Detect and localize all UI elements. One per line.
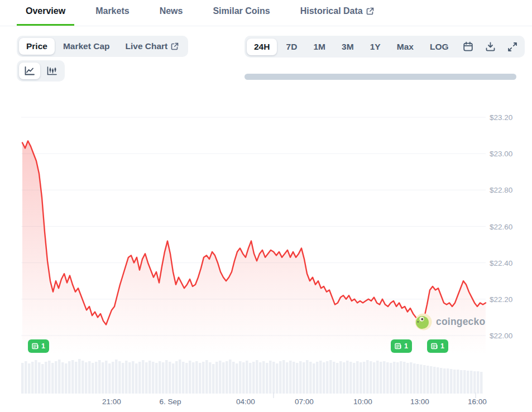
y-axis-label: $22.00 [490, 332, 529, 340]
volume-bar [393, 362, 396, 394]
download-button[interactable] [480, 38, 501, 55]
button-label: Market Cap [63, 41, 110, 51]
x-axis-label: 16:00 [458, 397, 497, 406]
x-axis-label: 21:00 [92, 397, 131, 406]
volume-bar [215, 362, 218, 394]
news-annotation-badge[interactable]: 1 [391, 339, 412, 353]
volume-bar [447, 368, 449, 394]
download-icon [485, 41, 496, 52]
calendar-button[interactable] [458, 38, 478, 55]
line-chart-toggle-button[interactable] [19, 63, 40, 79]
line-chart-icon [24, 66, 35, 76]
volume-bar [353, 363, 356, 394]
tab-markets[interactable]: Markets [87, 6, 138, 26]
volume-bar [78, 359, 81, 394]
price-button[interactable]: Price [19, 38, 55, 55]
tab-overview[interactable]: Overview [17, 6, 74, 26]
volume-bar [202, 362, 205, 394]
x-axis-label: 13:00 [400, 397, 439, 406]
news-annotation-badge[interactable]: 1 [28, 339, 49, 353]
3m-button[interactable]: 3M [334, 39, 361, 55]
external-link-icon [171, 42, 179, 50]
volume-bar [366, 360, 369, 394]
7d-button[interactable]: 7D [279, 39, 305, 55]
candlestick-chart-toggle-button[interactable] [41, 63, 63, 79]
volume-bar [236, 363, 238, 394]
volume-bar [339, 361, 342, 394]
volume-bar [182, 362, 185, 394]
tab-label: Markets [95, 6, 129, 16]
volume-bar [443, 368, 446, 394]
volume-bar [108, 363, 111, 394]
tab-historical-data[interactable]: Historical Data [291, 6, 383, 26]
news-annotation-badge[interactable]: 1 [427, 339, 448, 353]
live-chart-button[interactable]: Live Chart [118, 38, 186, 55]
volume-bar [326, 361, 329, 394]
y-axis-label: $22.60 [490, 223, 529, 231]
1m-button[interactable]: 1M [306, 39, 333, 55]
volume-bar [413, 363, 416, 394]
volume-bar [21, 363, 24, 394]
volume-bar [142, 360, 145, 394]
log-button[interactable]: LOG [423, 39, 456, 55]
volume-bar [457, 370, 459, 394]
volume-bar [430, 366, 433, 394]
volume-bar [293, 362, 295, 394]
24h-button[interactable]: 24H [247, 39, 277, 55]
volume-bar [118, 361, 121, 394]
volume-bar [349, 362, 352, 394]
volume-bar [373, 362, 376, 394]
y-axis-label: $22.40 [490, 259, 529, 267]
volume-bar [71, 360, 74, 394]
volume-bar [226, 361, 228, 394]
tab-label: News [160, 6, 183, 16]
volume-bar [28, 363, 31, 394]
volume-bar [195, 361, 198, 394]
chart-brush-scrollbar[interactable] [245, 74, 516, 80]
market-cap-button[interactable]: Market Cap [56, 38, 117, 55]
price-line-chart[interactable] [0, 84, 532, 412]
tab-similar-coins[interactable]: Similar Coins [204, 6, 279, 26]
volume-bar [480, 372, 483, 394]
x-axis-label: 04:00 [226, 397, 265, 406]
volume-bar [329, 360, 332, 394]
volume-bar [51, 363, 54, 394]
news-icon [32, 343, 39, 349]
volume-bar [145, 362, 148, 394]
volume-bar [299, 361, 302, 394]
volume-bar [88, 361, 91, 394]
volume-bar [282, 360, 285, 394]
volume-bar [58, 360, 61, 394]
chart-type-toggle-group [17, 60, 65, 82]
volume-bar [269, 361, 272, 394]
external-link-icon [366, 7, 374, 15]
max-button[interactable]: Max [390, 39, 421, 55]
volume-bar [376, 361, 379, 394]
button-label: 3M [342, 42, 354, 52]
price-chart-panel: OverviewMarketsNewsSimilar CoinsHistoric… [0, 0, 532, 412]
volume-bar [316, 362, 319, 394]
tab-news[interactable]: News [151, 6, 192, 26]
watermark-text: coingecko [436, 316, 485, 328]
volume-bar [473, 371, 476, 394]
tab-label: Similar Coins [213, 6, 270, 16]
1y-button[interactable]: 1Y [363, 39, 388, 55]
volume-bar [410, 362, 413, 394]
volume-bar [192, 362, 195, 394]
volume-bar [222, 362, 225, 394]
volume-bar [92, 363, 94, 394]
volume-bar [333, 362, 336, 394]
volume-bar [262, 361, 265, 394]
calendar-icon [463, 41, 473, 52]
volume-bar [272, 362, 275, 394]
tab-label: Overview [26, 6, 65, 16]
volume-bar [105, 361, 108, 394]
coingecko-logo-icon [414, 313, 433, 331]
volume-bar [420, 365, 423, 394]
volume-bar [279, 361, 282, 394]
expand-button[interactable] [502, 39, 523, 55]
volume-bar [165, 360, 168, 394]
volume-bar [403, 362, 406, 394]
volume-bar [31, 362, 34, 394]
volume-bar [360, 362, 362, 394]
